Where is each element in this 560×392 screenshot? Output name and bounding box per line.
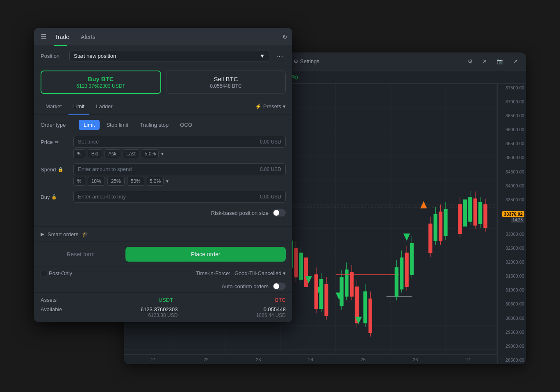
- spend-amount: 0.00 USD: [260, 166, 281, 172]
- tab-limit[interactable]: Limit: [68, 101, 89, 112]
- place-order-button[interactable]: Place order: [125, 247, 286, 262]
- assets-title: Assets: [41, 297, 57, 303]
- position-row: Position Start new position ▼ ⋯: [34, 46, 292, 66]
- btc-value-group: 0.055448 1886.44 USD: [256, 306, 286, 318]
- main-container: 📈 Templates ↩ ↪ 🔔 Alert ↑ Buy ↑ Sell: [34, 28, 526, 364]
- time-27: 27: [465, 357, 470, 362]
- autoconfirm-label: Auto-confirm orders: [222, 283, 269, 289]
- spend-preset-25[interactable]: 25%: [107, 177, 125, 186]
- order-type-oco[interactable]: OCO: [175, 120, 197, 130]
- time-scale: 21 22 23 24 25 26 27: [124, 354, 497, 364]
- price-31000: 31000.00: [499, 287, 524, 292]
- graduation-icon: 🎓: [82, 231, 89, 237]
- order-type-buttons: Limit Stop limit Trailing stop OCO: [79, 120, 197, 130]
- tif-dropdown-icon: ▾: [283, 270, 286, 276]
- price-36500: 36500.00: [499, 113, 524, 118]
- buy-input-group: 0.00 USD: [73, 191, 286, 204]
- order-type-trailing-stop[interactable]: Trailing stop: [135, 120, 173, 130]
- price-dropdown-arrow[interactable]: ▾: [161, 151, 164, 157]
- sell-btc-button[interactable]: Sell BTC 0.055448 BTC: [166, 71, 286, 94]
- spend-presets: % 10% 25% 50% 5.0% ▾: [73, 177, 286, 186]
- price-30500: 30500.00: [499, 301, 524, 306]
- unlock-icon: 🔓: [51, 194, 57, 200]
- time-25: 25: [361, 357, 366, 362]
- price-33500: 33500.00: [499, 197, 524, 202]
- menu-icon[interactable]: ☰: [39, 31, 48, 42]
- time-21: 21: [151, 357, 156, 362]
- buy-input[interactable]: [78, 194, 257, 200]
- spend-preset-pct[interactable]: %: [73, 177, 85, 186]
- price-35000: 35000.00: [499, 155, 524, 160]
- tab-market[interactable]: Market: [41, 101, 67, 112]
- spend-input-group: 0.00 USD % 10% 25% 50% 5.0% ▾: [73, 163, 286, 186]
- spend-preset-50[interactable]: 50%: [127, 177, 144, 186]
- usdt-label: USDT: [159, 297, 173, 303]
- buy-button-amount: 6123.37602303 USDT: [48, 83, 154, 89]
- time-22: 22: [203, 357, 208, 362]
- post-only-checkbox[interactable]: [41, 271, 46, 276]
- chart-config-button[interactable]: ⚙: [464, 57, 476, 66]
- spend-input[interactable]: [78, 166, 257, 172]
- assets-header: Assets USDT BTC: [41, 297, 286, 303]
- price-presets: % Bid Ask Last 5.0% ▾: [73, 149, 286, 158]
- tif-value[interactable]: Good-Till-Cancelled ▾: [234, 270, 286, 276]
- price-preset-bid[interactable]: Bid: [88, 149, 102, 158]
- action-row: Reset form Place order: [34, 242, 292, 267]
- order-section: Order type Limit Stop limit Trailing sto…: [34, 115, 292, 226]
- price-preset-5pct[interactable]: 5.0%: [142, 149, 159, 158]
- buy-btc-button[interactable]: Buy BTC 6123.37602303 USDT: [41, 71, 161, 94]
- chart-fullscreen-button[interactable]: ↗: [510, 57, 521, 66]
- spend-input-row: 0.00 USD: [73, 163, 286, 175]
- spend-dropdown-arrow[interactable]: ▾: [166, 178, 168, 184]
- price-37500: 37500.00: [499, 85, 524, 90]
- assets-values: Available 6123.37602303 6123.38 USD 0.05…: [41, 306, 286, 318]
- price-29000: 29000.00: [499, 344, 524, 349]
- buy-amount-label: Buy 🔓: [41, 191, 69, 200]
- buy-input-row: 0.00 USD: [73, 191, 286, 203]
- price-scale: 37500.00 37000.00 36500.00 36000.00 3550…: [497, 84, 526, 364]
- autoconfirm-toggle[interactable]: [273, 283, 286, 290]
- time-24: 24: [308, 357, 313, 362]
- spend-preset-10[interactable]: 10%: [88, 177, 105, 186]
- lock-icon: 🔒: [58, 167, 64, 172]
- price-31500: 31500.00: [499, 273, 524, 278]
- usdt-primary-value: 6123.37602303: [141, 306, 178, 312]
- time-23: 23: [256, 357, 261, 362]
- price-preset-ask[interactable]: Ask: [105, 149, 120, 158]
- dropdown-arrow-icon: ▼: [260, 53, 265, 59]
- order-type-row: Order type Limit Stop limit Trailing sto…: [41, 120, 286, 130]
- order-type-limit[interactable]: Limit: [79, 120, 100, 130]
- presets-button[interactable]: ⚡ Presets ▾: [255, 103, 286, 109]
- reset-form-button[interactable]: Reset form: [41, 251, 121, 258]
- btc-primary-value: 0.055448: [256, 306, 286, 312]
- buy-button-label: Buy BTC: [48, 75, 154, 82]
- position-select[interactable]: Start new position ▼: [69, 50, 269, 62]
- tab-ladder[interactable]: Ladder: [91, 101, 117, 112]
- price-preset-last[interactable]: Last: [123, 149, 139, 158]
- spend-form-row: Spend 🔒 0.00 USD % 10% 25% 50% 5.0% ▾: [41, 163, 286, 186]
- tab-trade[interactable]: Trade: [50, 31, 74, 43]
- more-options-button[interactable]: ⋯: [273, 51, 286, 62]
- post-only-container: Post-Only: [41, 270, 72, 276]
- chart-screenshot-button[interactable]: 📷: [494, 57, 507, 66]
- spend-preset-5pct[interactable]: 5.0%: [147, 177, 164, 186]
- expand-icon: ▶: [41, 231, 44, 237]
- price-35500: 35500.00: [499, 141, 524, 146]
- price-34000: 34000.00: [499, 183, 524, 188]
- price-input[interactable]: [78, 139, 257, 145]
- panel-header: ☰ Trade Alerts ↻: [34, 28, 292, 46]
- order-type-label: Order type: [41, 122, 75, 128]
- price-amount: 0.00 USD: [260, 139, 281, 145]
- risk-toggle[interactable]: [273, 209, 286, 217]
- smart-orders-row[interactable]: ▶ Smart orders 🎓: [34, 226, 292, 242]
- sell-button-label: Sell BTC: [173, 75, 279, 82]
- chart-crosshair-button[interactable]: ✕: [479, 57, 490, 66]
- assets-section: Assets USDT BTC Available 6123.37602303 …: [34, 292, 292, 322]
- spend-label: Spend 🔒: [41, 163, 69, 173]
- order-type-stop-limit[interactable]: Stop limit: [101, 120, 133, 130]
- refresh-button[interactable]: ↻: [282, 34, 287, 40]
- price-input-group: 0.00 USD % Bid Ask Last 5.0% ▾: [73, 136, 286, 158]
- tab-alerts[interactable]: Alerts: [76, 31, 100, 43]
- chart-settings-button[interactable]: ⚙ Settings: [290, 57, 323, 66]
- price-preset-pct[interactable]: %: [73, 149, 85, 158]
